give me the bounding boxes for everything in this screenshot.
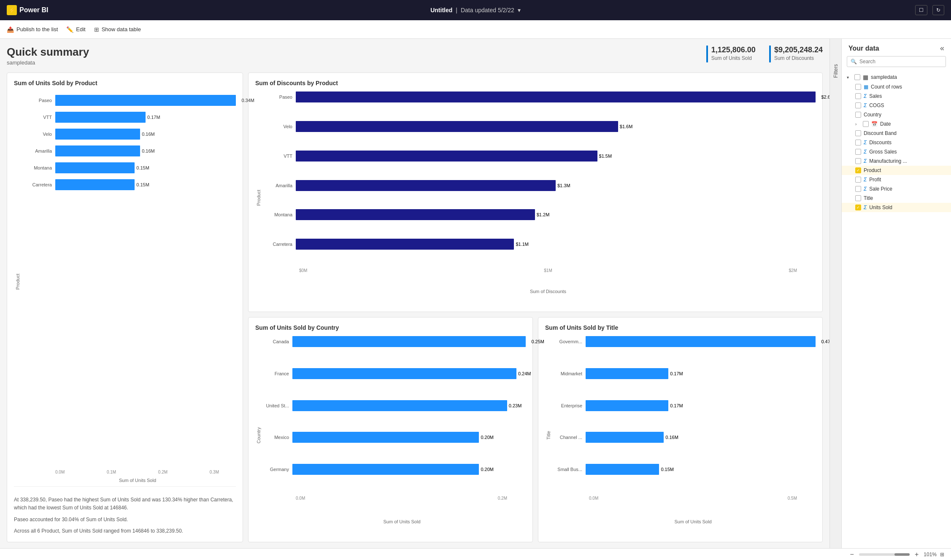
zoom-thumb	[894, 553, 910, 556]
table-icon: ⊞	[94, 26, 99, 33]
checkbox-sale-price[interactable]	[855, 186, 861, 192]
collapse-panel-button[interactable]: «	[940, 44, 944, 53]
search-icon: 🔍	[851, 59, 857, 65]
tree-item-product[interactable]: ✓ Product	[842, 166, 951, 175]
checkbox-title[interactable]	[855, 195, 861, 201]
c4-val-chan: 0.16M	[665, 435, 678, 440]
bar-label-paseo: Paseo	[22, 98, 55, 103]
c2-val-montana: $1.2M	[537, 212, 550, 217]
app-name: Power BI	[19, 6, 48, 14]
bar-val-paseo: 0.34M	[241, 98, 254, 103]
show-data-button[interactable]: ⊞ Show data table	[94, 26, 141, 33]
table-icon-root: ▦	[863, 74, 868, 81]
checkbox-profit[interactable]	[855, 177, 861, 183]
tree-item-discounts[interactable]: Σ Discounts	[842, 138, 951, 147]
tree-item-profit[interactable]: Σ Profit	[842, 175, 951, 184]
c3-fill-mexico	[292, 432, 479, 443]
tree-item-discount-band[interactable]: Discount Band	[842, 129, 951, 138]
publish-icon: 📤	[7, 26, 14, 33]
tree-item-count-of-rows[interactable]: ▦ Count of rows	[842, 82, 951, 92]
table-small-icon: ▦	[864, 84, 868, 90]
chart2-card: Sum of Discounts by Product Product Pase…	[248, 73, 823, 312]
c2-val-paseo: $2.6M	[821, 94, 829, 100]
checkbox-discount-band[interactable]	[855, 130, 861, 136]
bottom-charts-row: Sum of Units Sold by Country Country Can…	[248, 317, 823, 542]
tree-root[interactable]: ▾ ▦ sampledata	[842, 72, 951, 82]
x-tick-2: 0.2M	[158, 470, 168, 474]
c4-val-mid: 0.17M	[670, 371, 683, 376]
refresh-button[interactable]: ↻	[932, 5, 944, 15]
tree-item-gross-sales[interactable]: Σ Gross Sales	[842, 147, 951, 156]
doc-subtitle: Data updated 5/2/22	[461, 7, 514, 13]
chart3-body: Country Canada 0.25M	[255, 336, 526, 534]
tree-expand-date[interactable]: ›	[855, 122, 860, 127]
bar-label-amarilla: Amarilla	[22, 148, 55, 153]
chart1-title: Sum of Units Sold by Product	[14, 80, 236, 86]
chart1-y-label: Product	[14, 95, 22, 468]
bar-val-carretera: 0.15M	[136, 182, 149, 187]
checkbox-manufacturing[interactable]	[855, 158, 861, 164]
page-header: Quick summary sampledata 1,125,806.00 Su…	[7, 46, 823, 66]
zoom-slider[interactable]	[859, 553, 910, 556]
checkbox-units-sold[interactable]: ✓	[855, 205, 861, 210]
c2-track-amarilla: $1.3M	[296, 180, 816, 191]
tree-checkbox-root[interactable]	[854, 74, 860, 80]
zoom-minus-btn[interactable]: −	[848, 551, 856, 558]
c4-label-mid: Midmarket	[552, 371, 586, 376]
tree-item-manufacturing[interactable]: Σ Manufacturing ...	[842, 156, 951, 166]
page-fit-icon[interactable]: ⊞	[940, 552, 944, 557]
dropdown-icon[interactable]: ▾	[518, 7, 521, 13]
kpi-units-sold-value: 1,125,806.00	[711, 46, 756, 54]
date-icon: 📅	[871, 121, 878, 127]
tree-item-title[interactable]: Title	[842, 194, 951, 203]
bar-track-vtt: 0.17M	[55, 112, 236, 123]
tree-item-cogs[interactable]: Σ COGS	[842, 101, 951, 110]
tree-item-sale-price[interactable]: Σ Sale Price	[842, 184, 951, 194]
checkbox-date[interactable]	[863, 121, 869, 127]
c2-track-paseo: $2.6M	[296, 92, 816, 102]
chart2-body: Product Paseo $2.6M Velo	[255, 92, 816, 304]
checkbox-cogs[interactable]	[855, 102, 861, 108]
c2-fill-montana	[296, 209, 535, 220]
label-sales: Sales	[869, 93, 882, 99]
kpi-units-sold-label: Sum of Units Sold	[711, 55, 756, 61]
chart4-bar-small: Small Bus... 0.15M	[552, 464, 816, 475]
chart4-x-label: Sum of Units Sold	[570, 519, 816, 524]
kpi-discounts-value: $9,205,248.24	[774, 46, 823, 54]
publish-button[interactable]: 📤 Publish to the list	[7, 26, 58, 33]
window-button[interactable]: ☐	[915, 5, 927, 15]
checkbox-discounts[interactable]	[855, 140, 861, 145]
checkbox-product[interactable]: ✓	[855, 167, 861, 173]
search-box[interactable]: 🔍	[847, 56, 946, 67]
chart3-x-ticks: 0.0M 0.2M	[296, 496, 526, 501]
chart2-bars: Paseo $2.6M Velo $1.6M	[262, 92, 816, 304]
tree-item-date[interactable]: › 📅 Date	[842, 119, 951, 129]
publish-label: Publish to the list	[16, 26, 58, 32]
chart2-bar-velo: Velo $1.6M	[262, 121, 816, 132]
bar-val-amarilla: 0.16M	[142, 148, 155, 153]
tree-item-units-sold[interactable]: ✓ Σ Units Sold	[842, 203, 951, 212]
edit-icon: ✏️	[66, 26, 73, 33]
edit-button[interactable]: ✏️ Edit	[66, 26, 85, 33]
chart4-bar-govt: Governm... 0.47M	[552, 336, 816, 347]
filters-tab[interactable]: Filters	[829, 39, 841, 560]
tree-item-sales[interactable]: Σ Sales	[842, 92, 951, 101]
label-sale-price: Sale Price	[869, 186, 892, 192]
c2-label-velo: Velo	[262, 124, 296, 129]
zoom-plus-btn[interactable]: +	[913, 551, 920, 558]
chart4-y-label: Title	[546, 431, 551, 439]
x-tick-0: 0.0M	[55, 470, 65, 474]
checkbox-count-rows[interactable]	[855, 84, 861, 90]
bar-row-montana: Montana 0.15M	[22, 162, 236, 173]
checkbox-gross-sales[interactable]	[855, 149, 861, 155]
checkbox-sales[interactable]	[855, 93, 861, 99]
c2-label-carretera: Carretera	[262, 242, 296, 247]
bar-fill-montana	[55, 162, 135, 173]
checkbox-country[interactable]	[855, 112, 861, 118]
tree-item-country[interactable]: Country	[842, 110, 951, 119]
search-input[interactable]	[859, 59, 942, 65]
c3-val-mexico: 0.20M	[481, 435, 494, 440]
c2-fill-carretera	[296, 239, 514, 250]
c4-track-small: 0.15M	[586, 464, 816, 475]
show-data-label: Show data table	[102, 26, 141, 32]
